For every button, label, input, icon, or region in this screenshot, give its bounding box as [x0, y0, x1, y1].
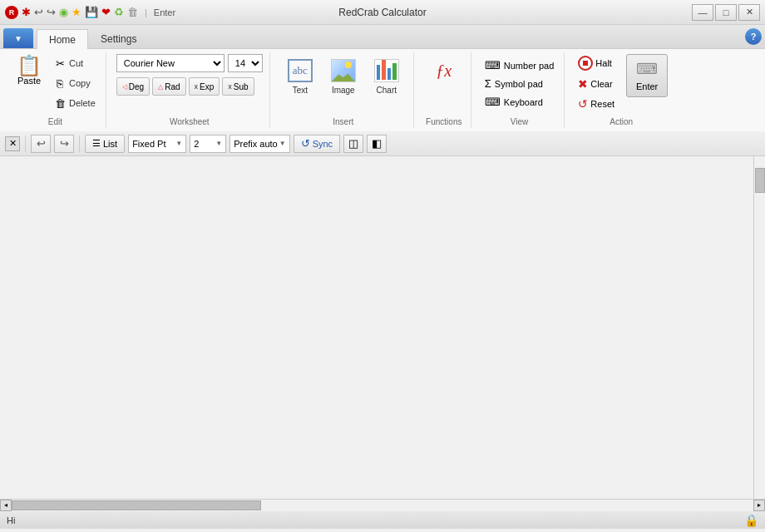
copy-button[interactable]: ⎘ Copy	[50, 74, 99, 92]
tab-settings[interactable]: Settings	[88, 28, 149, 48]
status-lock-icon[interactable]: 🔒	[744, 514, 758, 527]
toolbar: ✕ ↩ ↪ ☰ List Fixed Pt ▼ 2 ▼ Prefix auto …	[0, 131, 765, 156]
rad-button[interactable]: △ Rad	[152, 77, 185, 96]
action-group-label: Action	[610, 114, 633, 126]
deg-arrow-icon: ◁	[122, 83, 127, 91]
edit-group-content: 📋 Paste ✂ Cut ⎘ Copy 🗑 Delete	[12, 54, 99, 112]
insert-group-label: Insert	[333, 114, 353, 126]
fixed-pt-arrow: ▼	[175, 140, 182, 147]
action-left: Halt ✖ Clear ↺ Reset	[575, 54, 618, 112]
toolbar-redo-btn[interactable]: ↪	[54, 135, 74, 153]
title-tool-5[interactable]: ♻	[114, 6, 124, 18]
vertical-scrollbar[interactable]	[753, 156, 765, 499]
group-functions: ƒx Functions	[417, 52, 471, 128]
image-insert-label: Image	[332, 86, 355, 95]
view-group-label: View	[511, 114, 529, 126]
clear-icon: ✖	[578, 77, 588, 91]
undo-btn[interactable]: ↩	[34, 6, 43, 18]
edit-group-label: Edit	[48, 114, 62, 126]
text-insert-button[interactable]: abc Text	[280, 54, 320, 98]
keyboard-button[interactable]: ⌨ Keyboard	[481, 94, 558, 110]
help-button[interactable]: ?	[745, 28, 762, 45]
title-tool-3[interactable]: ★	[72, 6, 81, 18]
text-icon-box: abc	[288, 59, 313, 82]
worksheet-group-content: Courier New 14 ◁ Deg △ Rad x Exp	[116, 54, 263, 112]
sub-button[interactable]: x Sub	[222, 77, 254, 96]
functions-button[interactable]: ƒx	[424, 54, 464, 98]
ribbon-tabs: ▼ Home Settings ?	[0, 25, 765, 48]
toolbar-sep-2	[79, 135, 80, 152]
action-group-content: Halt ✖ Clear ↺ Reset ⌨ Enter	[575, 54, 668, 112]
delete-button[interactable]: 🗑 Delete	[50, 94, 99, 112]
scroll-left-button[interactable]: ◂	[0, 500, 12, 511]
maximize-button[interactable]: □	[715, 4, 737, 21]
title-tool-6[interactable]: 🗑	[127, 6, 138, 18]
minimize-button[interactable]: —	[692, 4, 713, 21]
title-tool-2[interactable]: ◉	[59, 6, 68, 18]
symbol-pad-button[interactable]: Σ Symbol pad	[481, 76, 558, 91]
redo-btn[interactable]: ↪	[47, 6, 56, 18]
halt-square	[583, 61, 588, 66]
exp-button[interactable]: x Exp	[189, 77, 220, 96]
edit-small-buttons: ✂ Cut ⎘ Copy 🗑 Delete	[50, 54, 99, 112]
title-tool-4[interactable]: ❤	[101, 6, 111, 18]
reset-icon: ↺	[578, 97, 588, 111]
horizontal-scrollbar[interactable]: ◂ ▸	[0, 499, 765, 510]
list-icon: ☰	[92, 138, 101, 149]
halt-button[interactable]: Halt	[575, 54, 615, 72]
enter-button[interactable]: ⌨ Enter	[626, 54, 668, 97]
app-title: RedCrab Calculator	[338, 7, 426, 18]
chart-bar-3	[387, 68, 392, 80]
number-pad-icon: ⌨	[485, 59, 501, 71]
image-insert-button[interactable]: Image	[323, 54, 363, 98]
insert-group-content: abc Text Image	[280, 54, 407, 112]
clear-button[interactable]: ✖ Clear	[575, 76, 615, 92]
font-select[interactable]: Courier New	[116, 54, 225, 72]
precision-dropdown[interactable]: 2 ▼	[190, 135, 226, 153]
title-tool-1[interactable]: ✱	[22, 6, 31, 18]
list-button[interactable]: ☰ List	[85, 135, 125, 153]
precision-arrow: ▼	[215, 140, 222, 147]
rad-arrow-icon: △	[158, 83, 163, 91]
sync-button[interactable]: ↺ Sync	[294, 135, 340, 153]
paste-button[interactable]: 📋 Paste	[12, 54, 47, 87]
prefix-dropdown[interactable]: Prefix auto ▼	[230, 135, 290, 153]
enter-btn-icon: ⌨	[636, 60, 658, 78]
chart-insert-button[interactable]: Chart	[367, 54, 407, 98]
reset-button[interactable]: ↺ Reset	[575, 96, 618, 112]
copy-label: Copy	[69, 78, 91, 88]
worksheet-group-label: Worksheet	[170, 114, 210, 126]
image-icon-box	[331, 59, 356, 82]
delete-label: Delete	[69, 98, 96, 108]
scroll-right-button[interactable]: ▸	[753, 500, 765, 511]
toolbar-close-button[interactable]: ✕	[5, 136, 20, 151]
delete-icon: 🗑	[53, 96, 67, 110]
fixed-pt-dropdown[interactable]: Fixed Pt ▼	[128, 135, 186, 153]
enter-btn-label: Enter	[636, 81, 658, 91]
enter-label-title: Enter	[154, 7, 175, 17]
deg-button[interactable]: ◁ Deg	[116, 77, 150, 96]
chart-bar-1	[377, 65, 381, 80]
status-bar: Hi 🔒	[0, 510, 765, 529]
cut-button[interactable]: ✂ Cut	[50, 54, 99, 72]
toolbar-sep-1	[25, 135, 26, 152]
font-row: Courier New 14	[116, 54, 263, 72]
toolbar-icon-btn-2[interactable]: ◧	[367, 135, 387, 153]
save-btn[interactable]: 💾	[85, 6, 98, 18]
tab-home[interactable]: Home	[37, 29, 88, 49]
close-button[interactable]: ✕	[738, 4, 760, 21]
horizontal-scrollbar-thumb[interactable]	[12, 500, 261, 510]
number-pad-button[interactable]: ⌨ Number pad	[481, 57, 558, 73]
vertical-scrollbar-thumb[interactable]	[755, 168, 765, 193]
sun-icon	[345, 62, 352, 68]
toolbar-undo-btn[interactable]: ↩	[31, 135, 51, 153]
size-select[interactable]: 14	[228, 54, 263, 72]
text-insert-icon: abc	[287, 57, 313, 84]
app-menu-button[interactable]: ▼	[3, 28, 33, 48]
horizontal-scroll-track[interactable]	[12, 500, 753, 511]
status-text: Hi	[7, 515, 15, 525]
enter-btn-content: ⌨ Enter	[636, 60, 658, 91]
grid-wrapper	[0, 156, 765, 499]
toolbar-icon-btn-1[interactable]: ◫	[343, 135, 363, 153]
main-content: ◂ ▸	[0, 156, 765, 510]
